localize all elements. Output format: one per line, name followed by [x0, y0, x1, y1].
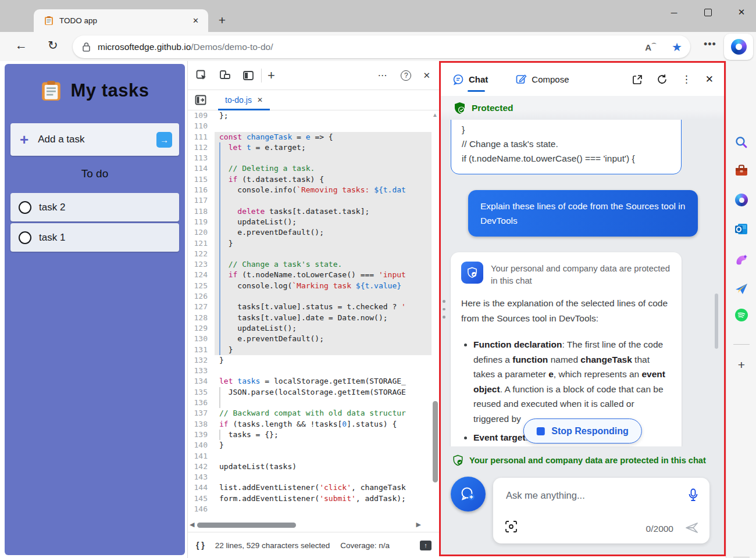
vertical-scrollbar[interactable]: ▲ ▼ — [431, 110, 439, 558]
tab-close-icon[interactable]: ✕ — [189, 15, 202, 26]
code-line[interactable]: 114 // Deleting a task. — [188, 163, 432, 174]
copilot-close-icon[interactable]: ✕ — [705, 73, 714, 85]
line-number[interactable]: 120 — [188, 227, 215, 238]
code-line[interactable]: 132} — [188, 355, 432, 366]
line-number[interactable]: 117 — [188, 195, 215, 206]
scrollbar-thumb[interactable] — [197, 523, 296, 528]
code-line[interactable]: 127 tasks[t.value].status = t.checked ? … — [188, 302, 432, 312]
line-number[interactable]: 118 — [188, 206, 215, 217]
back-button[interactable]: ← — [15, 38, 27, 52]
line-number[interactable]: 127 — [188, 302, 215, 312]
line-number[interactable]: 134 — [188, 376, 215, 387]
line-number[interactable]: 116 — [188, 185, 215, 195]
code-line[interactable]: 109}; — [188, 110, 432, 121]
help-icon[interactable]: ? — [401, 70, 411, 81]
code-line[interactable]: 134let tasks = localStorage.getItem(STOR… — [188, 376, 432, 387]
line-number[interactable]: 113 — [188, 153, 215, 163]
task-item[interactable]: task 2 — [10, 193, 179, 221]
code-line[interactable]: 110 — [188, 121, 432, 131]
line-number[interactable]: 138 — [188, 419, 215, 430]
code-line[interactable]: 116 console.info(`Removing tasks: ${t.da… — [188, 185, 432, 195]
panel-resize-grip[interactable] — [443, 300, 445, 319]
address-bar[interactable]: microsoftedge.github.io/Demos/demo-to-do… — [73, 35, 690, 58]
code-line[interactable]: 115 if (t.dataset.task) { — [188, 174, 432, 185]
file-tab-to-do-js[interactable]: to-do.js ✕ — [218, 90, 270, 110]
code-line[interactable]: 137// Backward compat with old data stru… — [188, 408, 432, 419]
minimize-button[interactable]: ─ — [665, 5, 683, 20]
line-number[interactable]: 109 — [188, 110, 215, 121]
devtools-close-icon[interactable]: ✕ — [423, 70, 430, 81]
browser-menu-icon[interactable]: ••• — [704, 38, 716, 51]
line-number[interactable]: 122 — [188, 249, 215, 259]
more-tools-add-icon[interactable]: + — [268, 68, 275, 83]
line-number[interactable]: 139 — [188, 430, 215, 440]
line-number[interactable]: 131 — [188, 345, 215, 355]
new-chat-button[interactable] — [451, 477, 486, 512]
line-number[interactable]: 133 — [188, 366, 215, 376]
line-number[interactable]: 124 — [188, 270, 215, 280]
code-line[interactable]: 143 — [188, 472, 432, 482]
code-line[interactable]: 140} — [188, 440, 432, 450]
code-line[interactable]: 144list.addEventListener('click', change… — [188, 482, 432, 493]
code-line[interactable]: 145form.addEventListener('submit', addTa… — [188, 493, 432, 504]
microphone-icon[interactable] — [688, 488, 698, 505]
code-line[interactable]: 146 — [188, 504, 432, 514]
line-number[interactable]: 137 — [188, 408, 215, 419]
image-creator-icon[interactable] — [734, 253, 748, 267]
code-line[interactable]: 133 — [188, 366, 432, 376]
code-line[interactable]: 113 — [188, 153, 432, 163]
task-checkbox[interactable] — [19, 231, 31, 244]
code-line[interactable]: 126 — [188, 291, 432, 302]
code-line[interactable]: 128 tasks[t.value].date = Date.now(); — [188, 313, 432, 323]
code-line[interactable]: 119 updateList(); — [188, 217, 432, 227]
scroll-right-icon[interactable]: ▶ — [416, 521, 421, 528]
line-number[interactable]: 145 — [188, 493, 215, 504]
code-line[interactable]: 130 e.preventDefault(); — [188, 334, 432, 344]
browser-tab[interactable]: TODO app ✕ — [34, 9, 208, 32]
line-number[interactable]: 128 — [188, 313, 215, 323]
line-number[interactable]: 111 — [188, 132, 215, 142]
copilot-toolbar-button[interactable] — [724, 34, 753, 60]
close-window-button[interactable]: ✕ — [733, 5, 750, 20]
spotify-icon[interactable] — [734, 308, 748, 322]
code-line[interactable]: 136 — [188, 398, 432, 408]
line-number[interactable]: 144 — [188, 482, 215, 493]
code-line[interactable]: 118 delete tasks[t.dataset.task]; — [188, 206, 432, 217]
line-number[interactable]: 114 — [188, 163, 215, 174]
horizontal-scrollbar[interactable]: ◀ ▶ — [188, 520, 432, 530]
code-line[interactable]: 123 // Change a task's state. — [188, 259, 432, 270]
line-number[interactable]: 135 — [188, 387, 215, 398]
kebab-menu-icon[interactable]: ⋮ — [682, 73, 691, 85]
line-number[interactable]: 129 — [188, 323, 215, 334]
inspect-element-icon[interactable] — [195, 69, 209, 83]
scrollbar-thumb[interactable] — [433, 401, 438, 482]
add-sidebar-item-icon[interactable]: + — [734, 358, 748, 372]
code-line[interactable]: 117 — [188, 195, 432, 206]
line-number[interactable]: 142 — [188, 462, 215, 472]
line-number[interactable]: 123 — [188, 259, 215, 270]
line-number[interactable]: 136 — [188, 398, 215, 408]
tab-compose[interactable]: Compose — [516, 63, 569, 96]
chat-scroll-area[interactable]: e.preventDefault()}// Change a task's st… — [441, 120, 724, 446]
code-line[interactable]: 139 tasks = {}; — [188, 430, 432, 440]
new-tab-button[interactable]: + — [214, 13, 230, 29]
file-tab-close-icon[interactable]: ✕ — [257, 96, 263, 104]
task-item[interactable]: task 1 — [10, 223, 179, 252]
maximize-button[interactable] — [699, 5, 716, 20]
code-line[interactable]: 122 — [188, 249, 432, 259]
read-aloud-icon[interactable]: A⌒ — [645, 42, 657, 52]
navigator-toggle-icon[interactable] — [194, 93, 208, 107]
code-line[interactable]: 131 } — [188, 345, 432, 355]
line-number[interactable]: 140 — [188, 440, 215, 450]
code-line[interactable]: 111const changeTask = e => { — [188, 132, 432, 142]
format-code-icon[interactable]: { } — [196, 541, 205, 550]
code-line[interactable]: 141 — [188, 451, 432, 462]
line-number[interactable]: 132 — [188, 355, 215, 366]
scroll-left-icon[interactable]: ◀ — [190, 521, 194, 528]
line-number[interactable]: 121 — [188, 238, 215, 249]
screenshot-capture-icon[interactable] — [505, 520, 518, 535]
code-line[interactable]: 121 } — [188, 238, 432, 249]
line-number[interactable]: 125 — [188, 281, 215, 291]
line-number[interactable]: 143 — [188, 472, 215, 482]
code-line[interactable]: 112 let t = e.target; — [188, 142, 432, 153]
